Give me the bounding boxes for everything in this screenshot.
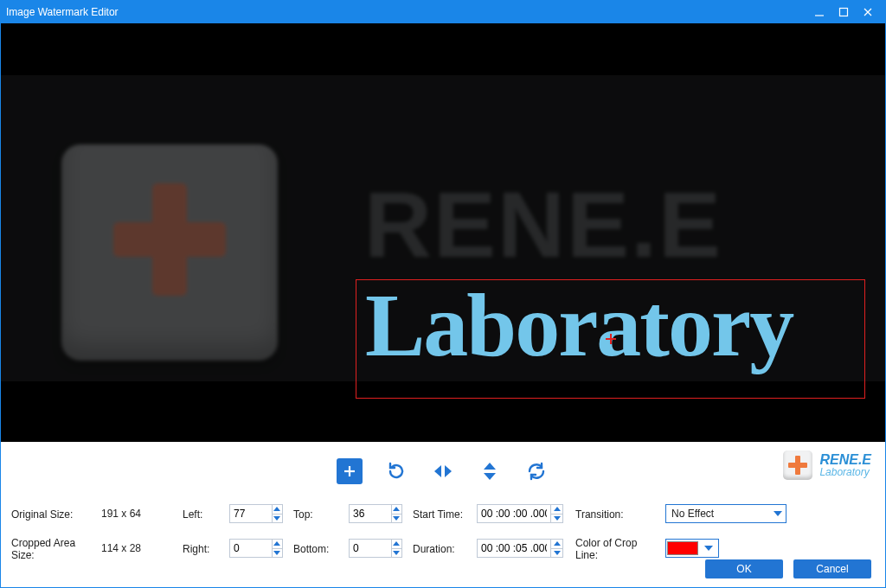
window-title: Image Watermark Editor <box>6 6 807 18</box>
label-original-size: Original Size: <box>11 507 98 521</box>
spin-down[interactable] <box>392 514 401 523</box>
input-right-wrap <box>229 539 283 558</box>
label-right: Right: <box>183 541 226 555</box>
label-cropped-size: Cropped Area Size: <box>11 535 98 561</box>
svg-marker-6 <box>434 465 441 477</box>
label-color-crop: Color of Crop Line: <box>575 535 662 561</box>
select-transition-value: No Effect <box>666 508 770 520</box>
form-grid: Original Size: 191 x 64 Left: Top: Start… <box>11 504 875 561</box>
plus-icon <box>783 451 812 480</box>
ok-button[interactable]: OK <box>705 559 783 578</box>
svg-marker-15 <box>554 516 561 521</box>
reset-button[interactable] <box>523 458 549 484</box>
spin-down[interactable] <box>551 514 562 523</box>
close-button[interactable] <box>856 1 880 23</box>
rotate-button[interactable] <box>383 458 409 484</box>
input-start-time[interactable] <box>478 505 550 522</box>
cancel-button[interactable]: Cancel <box>793 559 871 578</box>
spin-up[interactable] <box>273 505 282 514</box>
titlebar: Image Watermark Editor <box>1 1 885 23</box>
svg-marker-20 <box>393 551 400 555</box>
svg-marker-7 <box>445 465 452 477</box>
window-root: Image Watermark Editor RENE.E Laboratory <box>0 0 886 588</box>
input-left[interactable] <box>230 505 272 522</box>
svg-marker-22 <box>554 551 561 555</box>
brand-lower-text: Laboratory <box>365 280 793 370</box>
add-button[interactable] <box>337 458 363 484</box>
color-swatch <box>667 541 698 555</box>
spin-up[interactable] <box>273 540 282 549</box>
svg-marker-8 <box>484 463 496 470</box>
input-duration-wrap <box>477 539 563 558</box>
flip-horizontal-button[interactable] <box>430 458 456 484</box>
svg-marker-13 <box>393 516 400 521</box>
selection-center-icon <box>606 334 616 344</box>
toolbar <box>11 454 875 489</box>
label-bottom: Bottom: <box>293 541 345 555</box>
preview-area[interactable]: RENE.E Laboratory <box>1 23 885 442</box>
input-right[interactable] <box>230 540 272 557</box>
svg-marker-12 <box>393 507 400 511</box>
svg-marker-18 <box>273 551 280 555</box>
maximize-button[interactable] <box>831 1 856 23</box>
spin-up[interactable] <box>392 540 401 549</box>
input-top[interactable] <box>350 505 391 522</box>
label-duration: Duration: <box>413 541 473 555</box>
svg-marker-14 <box>554 507 561 511</box>
value-cropped-size: 114 x 28 <box>101 542 179 554</box>
label-transition: Transition: <box>575 507 662 521</box>
spin-up[interactable] <box>551 540 562 549</box>
spin-up[interactable] <box>392 505 401 514</box>
input-start-time-wrap <box>477 504 563 523</box>
spin-up[interactable] <box>551 505 562 514</box>
svg-marker-11 <box>273 516 280 521</box>
button-row: OK Cancel <box>705 559 871 578</box>
input-bottom[interactable] <box>350 540 391 557</box>
select-transition[interactable]: No Effect <box>665 504 786 523</box>
spin-down[interactable] <box>551 549 562 558</box>
svg-marker-16 <box>774 511 782 516</box>
label-start-time: Start Time: <box>413 507 473 521</box>
input-duration[interactable] <box>478 540 550 557</box>
flip-vertical-button[interactable] <box>477 458 503 484</box>
chevron-down-icon <box>770 511 786 516</box>
select-crop-color[interactable] <box>665 539 719 558</box>
label-left: Left: <box>183 507 226 521</box>
label-top: Top: <box>293 507 345 521</box>
logo-line1: RENE.E <box>819 453 871 467</box>
svg-marker-10 <box>273 507 280 511</box>
minimize-button[interactable] <box>807 1 831 23</box>
svg-marker-21 <box>554 541 561 546</box>
svg-marker-9 <box>484 473 496 480</box>
value-original-size: 191 x 64 <box>101 508 179 520</box>
spin-down[interactable] <box>273 549 282 558</box>
input-left-wrap <box>229 504 283 523</box>
svg-marker-19 <box>393 541 400 546</box>
logo-line2: Laboratory <box>819 467 871 477</box>
spin-down[interactable] <box>392 549 401 558</box>
crop-selection[interactable]: Laboratory <box>356 279 865 399</box>
input-top-wrap <box>349 504 402 523</box>
control-panel: RENE.E Laboratory Original Size: <box>1 442 885 587</box>
input-bottom-wrap <box>349 539 402 558</box>
svg-rect-1 <box>840 9 848 16</box>
svg-marker-23 <box>704 546 713 551</box>
chevron-down-icon <box>698 546 718 551</box>
app-logo: RENE.E Laboratory <box>783 451 871 480</box>
svg-marker-17 <box>273 541 280 546</box>
spin-down[interactable] <box>273 514 282 523</box>
